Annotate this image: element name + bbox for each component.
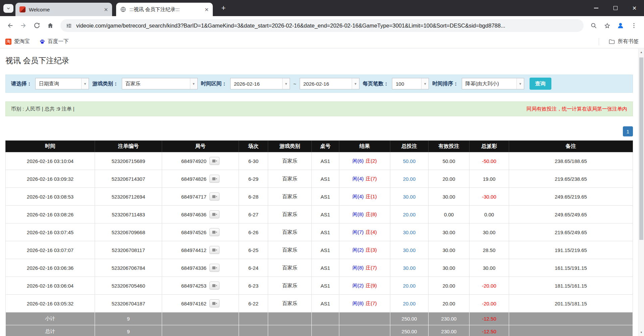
round-number: 684974526 bbox=[181, 229, 206, 235]
table-row: 2026-02-16 03:08:26 523206711483 6849746… bbox=[6, 206, 633, 223]
header-valid-bet: 有效投注 bbox=[429, 141, 469, 152]
cell-total-bet: 30.00 bbox=[390, 259, 429, 277]
video-camera-icon bbox=[212, 177, 217, 181]
replay-video-button[interactable] bbox=[209, 210, 219, 218]
search-button[interactable]: 查询 bbox=[530, 78, 551, 90]
tab-close-icon[interactable]: ✕ bbox=[104, 7, 108, 12]
tab-welcome[interactable]: Welcome ✕ bbox=[15, 3, 112, 16]
game-type-select[interactable]: 百家乐 ▾ bbox=[122, 78, 198, 89]
page-scrollbar[interactable]: ▲ ▼ bbox=[638, 49, 644, 336]
video-camera-icon bbox=[212, 212, 217, 216]
header-time: 时间 bbox=[6, 141, 95, 152]
maximize-icon bbox=[613, 6, 617, 10]
chevron-down-icon: ▾ bbox=[516, 78, 524, 89]
scrollbar-thumb[interactable] bbox=[639, 57, 643, 240]
page-number-button[interactable]: 1 bbox=[623, 126, 633, 136]
table-row: 2026-02-16 03:05:32 523206704187 6849741… bbox=[6, 295, 633, 312]
home-button[interactable] bbox=[44, 19, 57, 32]
replay-video-button[interactable] bbox=[209, 299, 219, 307]
replay-video-button[interactable] bbox=[209, 193, 219, 201]
forward-button[interactable] bbox=[17, 19, 30, 32]
cell-game: 百家乐 bbox=[268, 295, 312, 312]
browser-toolbar: videoie.com/game/betrecord_search/kind3?… bbox=[0, 16, 644, 35]
bookmarks-divider bbox=[599, 38, 599, 45]
cell-valid-bet: 30.00 bbox=[429, 259, 469, 277]
maximize-button[interactable] bbox=[606, 0, 625, 16]
minimize-button[interactable] bbox=[587, 0, 606, 16]
back-button[interactable] bbox=[3, 19, 17, 32]
cell-table-no: AS1 bbox=[312, 170, 339, 188]
cell-result: 闲(4)庄(1) bbox=[339, 188, 390, 206]
cell-round: 684974412 bbox=[162, 241, 239, 259]
filter-label-choose: 请选择： bbox=[11, 80, 32, 87]
page-title: 视讯 会员下注纪录 bbox=[5, 55, 633, 66]
cell-table-no: AS1 bbox=[312, 152, 339, 170]
cell-valid-bet: 30.00 bbox=[429, 241, 469, 259]
table-row: 2026-02-16 03:06:36 523206706784 6849743… bbox=[6, 259, 633, 277]
replay-video-button[interactable] bbox=[209, 246, 219, 254]
cell-valid-bet: 30.00 bbox=[429, 223, 469, 241]
result-player: 闲(8) bbox=[352, 211, 363, 217]
cell-valid-bet: 50.00 bbox=[429, 152, 469, 170]
filter-label-range: 时间区间： bbox=[201, 80, 227, 87]
cell-bet-id: 523206712694 bbox=[95, 188, 162, 206]
scrollbar-down-button[interactable]: ▼ bbox=[639, 330, 644, 335]
replay-video-button[interactable] bbox=[209, 228, 219, 236]
new-tab-button[interactable]: + bbox=[219, 3, 228, 13]
cell-bet-id: 523206705460 bbox=[95, 277, 162, 295]
query-type-select[interactable]: 日期查询 ▾ bbox=[35, 78, 89, 89]
bookmark-baidu[interactable]: 百度一下 bbox=[39, 38, 69, 45]
cell-valid-bet: 20.00 bbox=[429, 170, 469, 188]
cell-round: 684974526 bbox=[162, 223, 239, 241]
replay-video-button[interactable] bbox=[209, 282, 219, 290]
cell-valid-bet: 20.00 bbox=[429, 295, 469, 312]
cell-session: 6-22 bbox=[239, 295, 268, 312]
scrollbar-up-button[interactable]: ▲ bbox=[639, 49, 644, 55]
window-controls: ✕ bbox=[587, 0, 644, 16]
game-type-value: 百家乐 bbox=[122, 81, 190, 87]
total-row: 总计 9 250.00 230.00 -12.50 bbox=[6, 325, 633, 336]
cell-time: 2026-02-16 03:06:04 bbox=[6, 277, 95, 295]
date-start-select[interactable]: 2026-02-16 ▾ bbox=[230, 78, 290, 89]
profile-button[interactable] bbox=[614, 19, 627, 32]
replay-video-button[interactable] bbox=[209, 157, 219, 165]
replay-video-button[interactable] bbox=[209, 175, 219, 183]
bookmark-star-button[interactable] bbox=[600, 19, 614, 32]
all-bookmarks-button[interactable]: 所有书签 bbox=[608, 38, 639, 45]
cell-time: 2026-02-16 03:07:07 bbox=[6, 241, 95, 259]
menu-button[interactable] bbox=[627, 19, 641, 32]
round-number: 684974717 bbox=[181, 194, 206, 200]
tab-close-icon[interactable]: ✕ bbox=[204, 7, 209, 12]
header-note: 备注 bbox=[509, 141, 633, 152]
tab-betrecord[interactable]: :::视讯 会员下注纪录::: ✕ bbox=[116, 3, 213, 16]
cell-session: 6-29 bbox=[239, 170, 268, 188]
bookmark-taobao[interactable]: 淘 爱淘宝 bbox=[5, 38, 30, 45]
cell-session: 6-28 bbox=[239, 188, 268, 206]
replay-video-button[interactable] bbox=[209, 264, 219, 272]
address-bar[interactable]: videoie.com/game/betrecord_search/kind3?… bbox=[60, 19, 584, 32]
subtotal-row: 小计 9 250.00 230.00 -12.50 bbox=[6, 312, 633, 325]
arrow-down-icon: ▼ bbox=[640, 331, 643, 334]
filter-bar: 请选择： 日期查询 ▾ 游戏类别： 百家乐 ▾ 时间区间： 2026-02-16… bbox=[5, 75, 633, 93]
per-page-select[interactable]: 100 ▾ bbox=[392, 78, 429, 89]
cell-note: 191.15/219.65 bbox=[509, 241, 633, 259]
magnifier-icon bbox=[590, 22, 597, 29]
cell-game: 百家乐 bbox=[268, 223, 312, 241]
sort-order-select[interactable]: 降幂(由大到小) ▾ bbox=[462, 78, 524, 89]
kebab-menu-icon bbox=[631, 22, 637, 29]
tab-title: :::视讯 会员下注纪录::: bbox=[130, 6, 201, 13]
tab-search-button[interactable] bbox=[3, 4, 13, 13]
cell-session: 6-26 bbox=[239, 223, 268, 241]
chevron-down-icon: ▾ bbox=[352, 78, 359, 89]
cell-game: 百家乐 bbox=[268, 277, 312, 295]
url-text[interactable]: videoie.com/game/betrecord_search/kind3?… bbox=[76, 23, 505, 29]
date-end-select[interactable]: 2026-02-16 ▾ bbox=[300, 78, 359, 89]
cell-note: 161.15/191.15 bbox=[509, 259, 633, 277]
header-game: 游戏类别 bbox=[268, 141, 312, 152]
cell-note: 219.65/249.65 bbox=[509, 223, 633, 241]
close-button[interactable]: ✕ bbox=[625, 0, 644, 16]
reload-button[interactable] bbox=[30, 19, 44, 32]
result-banker: 庄(7) bbox=[366, 265, 377, 270]
zoom-button[interactable] bbox=[587, 19, 600, 32]
cell-note: 181.15/161.15 bbox=[509, 277, 633, 295]
